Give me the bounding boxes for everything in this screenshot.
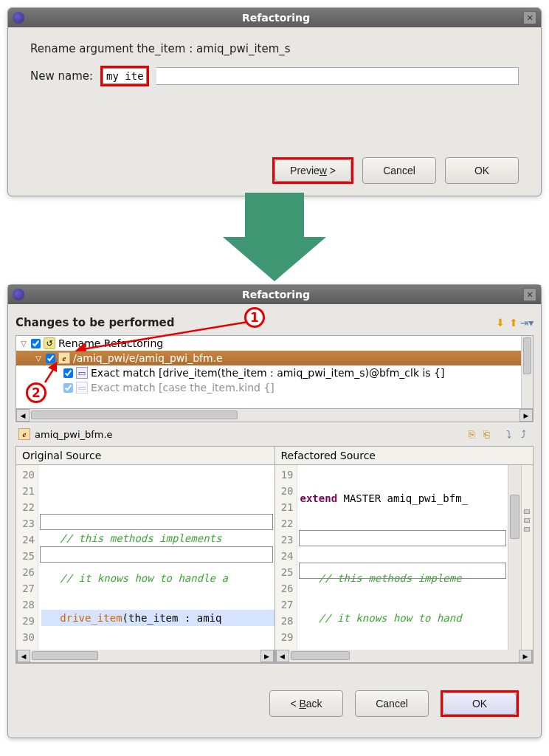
checkbox[interactable]	[31, 339, 41, 348]
new-name-label: New name:	[30, 69, 93, 83]
annotation-2: 2	[26, 382, 46, 403]
scroll-left-icon[interactable]: ◀	[17, 650, 30, 662]
arrow-down-icon[interactable]: ⬇	[494, 316, 507, 329]
cancel-button[interactable]: Cancel	[355, 690, 429, 717]
refactored-pane: Refactored Source 1920212223242526272829…	[274, 447, 534, 663]
filter-icon[interactable]: ⇥▾	[520, 316, 534, 329]
annotation-1: 1	[244, 307, 265, 328]
annotation-arrow-1	[75, 320, 252, 357]
preview-button[interactable]: Preview >	[274, 159, 351, 182]
eclipse-icon	[13, 289, 24, 300]
checkbox[interactable]	[63, 383, 73, 393]
vertical-scrollbar[interactable]	[521, 336, 533, 408]
dialog-title: Refactoring	[29, 12, 523, 24]
refactor-icon: ↺	[44, 337, 55, 349]
tree-row-match[interactable]: ▭ Exact match [drive_item(the_item : ami…	[16, 365, 521, 380]
copy-all-left-icon[interactable]: ⎘	[464, 427, 479, 441]
overview-ruler[interactable]	[521, 465, 533, 650]
tree-label: Exact match [case the_item.kind {]	[91, 382, 274, 394]
match-icon: ▭	[76, 382, 88, 394]
tree-label: Exact match [drive_item(the_item : amiq_…	[91, 367, 445, 379]
preview-highlight: Preview >	[272, 157, 353, 184]
e-file-icon: e	[18, 428, 30, 440]
close-icon[interactable]: ✕	[523, 288, 536, 301]
compare-header: e amiq_pwi_bfm.e ⎘ ⎗ ⤵ ⤴	[15, 422, 534, 446]
prev-diff-icon[interactable]: ⤴	[516, 427, 531, 441]
match-icon: ▭	[76, 367, 88, 379]
compare-filename: amiq_pwi_bfm.e	[35, 429, 113, 440]
titlebar[interactable]: Refactoring ✕	[8, 8, 541, 27]
refactored-title: Refactored Source	[275, 447, 534, 465]
back-button[interactable]: < Back	[269, 690, 343, 717]
tree-row-match[interactable]: ▭ Exact match [case the_item.kind {]	[16, 380, 521, 395]
original-title: Original Source	[16, 447, 274, 465]
scroll-left-icon[interactable]: ◀	[276, 650, 289, 662]
scroll-right-icon[interactable]: ▶	[519, 409, 533, 422]
copy-left-icon[interactable]: ⎗	[479, 427, 494, 441]
scroll-left-icon[interactable]: ◀	[16, 409, 30, 422]
compare-viewer: Original Source 2021222324252627282930 /…	[15, 446, 534, 664]
horizontal-scrollbar[interactable]: ◀ ▶	[275, 650, 534, 663]
checkbox[interactable]	[63, 368, 73, 378]
cancel-button[interactable]: Cancel	[362, 157, 436, 184]
line-gutter: 1920212223242526272829	[275, 465, 297, 650]
horizontal-scrollbar[interactable]: ◀ ▶	[16, 650, 274, 663]
original-pane: Original Source 2021222324252627282930 /…	[16, 447, 274, 663]
arrow-up-icon[interactable]: ⬆	[507, 316, 520, 329]
flow-arrow	[7, 196, 542, 281]
refactored-code[interactable]: extend MASTER amiq_pwi_bfm_ // this meth…	[297, 465, 508, 650]
ok-highlight: OK	[441, 690, 519, 717]
scroll-right-icon[interactable]: ▶	[260, 650, 274, 662]
preview-dialog: Refactoring ✕ 1 2 Changes to be performe…	[7, 284, 542, 738]
line-gutter: 2021222324252627282930	[16, 465, 38, 650]
svg-line-0	[78, 322, 248, 350]
close-icon[interactable]: ✕	[523, 11, 536, 24]
rename-dialog: Refactoring ✕ Rename argument the_item :…	[7, 7, 542, 196]
ok-button[interactable]: OK	[445, 157, 519, 184]
svg-marker-1	[75, 343, 86, 351]
vertical-scrollbar[interactable]	[508, 465, 521, 650]
dialog-title: Refactoring	[29, 289, 523, 300]
new-name-input[interactable]	[103, 68, 147, 84]
original-code[interactable]: // this methods implements // it knows h…	[38, 465, 274, 650]
input-extension[interactable]	[156, 67, 519, 85]
scroll-right-icon[interactable]: ▶	[519, 650, 532, 662]
next-diff-icon[interactable]: ⤵	[501, 427, 516, 441]
twisty-icon[interactable]: ▽	[19, 340, 28, 348]
horizontal-scrollbar[interactable]: ◀ ▶	[15, 409, 534, 422]
rename-prompt: Rename argument the_item : amiq_pwi_item…	[30, 42, 519, 55]
ok-button[interactable]: OK	[443, 693, 517, 715]
eclipse-icon	[13, 12, 24, 24]
titlebar[interactable]: Refactoring ✕	[8, 285, 541, 304]
new-name-highlight	[100, 66, 149, 86]
annotation-arrow-2	[39, 360, 61, 387]
